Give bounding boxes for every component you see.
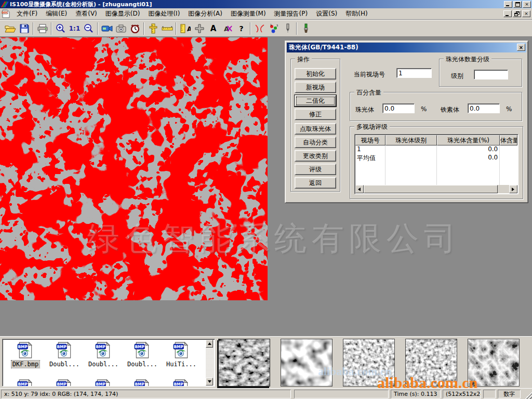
pick-pearlite-button[interactable]: 点取珠光体 [295, 123, 336, 135]
video-capture-button[interactable] [100, 21, 114, 35]
initialize-button[interactable]: 初始化 [295, 68, 336, 79]
text-style-button[interactable]: A [220, 21, 234, 35]
close-icon[interactable]: × [523, 1, 531, 8]
table-cell[interactable] [385, 154, 436, 162]
table-cell[interactable] [500, 154, 517, 162]
table-cell[interactable]: 1 [355, 145, 385, 154]
scroll-down-icon[interactable] [206, 378, 213, 385]
save-button[interactable] [17, 21, 31, 35]
file-item[interactable]: DKF.bmp [7, 341, 44, 368]
scroll-left-icon[interactable] [355, 185, 364, 193]
status-panel-empty [294, 390, 389, 398]
file-item[interactable]: Doubl... [124, 341, 161, 368]
change-class-button[interactable]: 更改类别 [295, 150, 336, 162]
measure-label-button[interactable]: A [178, 21, 192, 35]
timer-button[interactable] [128, 21, 142, 35]
file-name[interactable]: Doubl... [48, 361, 81, 368]
table-cell[interactable]: 0.0 [437, 145, 499, 154]
mdi-minimize-icon[interactable] [503, 10, 512, 17]
pen-tool-button[interactable] [281, 21, 295, 35]
menu-help[interactable]: 帮助(H) [341, 8, 371, 19]
letter-a-icon: A [210, 24, 217, 33]
bmp-file-icon [56, 341, 73, 359]
styled-text-icon: A [223, 24, 232, 33]
auto-classify-button[interactable]: 自动分类 [295, 137, 336, 148]
zoom-in-button[interactable] [54, 21, 68, 35]
correct-button[interactable]: 修正 [295, 109, 336, 120]
current-field-input[interactable] [396, 68, 432, 78]
file-item[interactable]: Doubl... [85, 341, 122, 368]
zoom-1-1-button[interactable]: 1:1 [68, 21, 82, 35]
ruler-button[interactable] [160, 21, 174, 35]
file-item[interactable]: Doubl... [46, 341, 83, 368]
clock-icon [130, 24, 140, 33]
dialog-close-icon[interactable]: × [517, 44, 525, 51]
file-name[interactable]: Doubl... [126, 361, 158, 368]
file-item[interactable] [163, 379, 200, 387]
scroll-up-icon[interactable] [206, 340, 213, 348]
col-pearlite-content[interactable]: 珠光体含量(%) [437, 135, 500, 145]
grade-input[interactable] [474, 70, 508, 79]
maximize-icon[interactable] [513, 1, 522, 8]
table-hscrollbar[interactable] [355, 185, 517, 193]
move-cross-icon [195, 24, 204, 33]
mdi-close-icon[interactable]: × [522, 10, 530, 17]
scroll-right-icon[interactable] [509, 185, 517, 193]
file-name[interactable]: HuiTi... [165, 361, 197, 368]
menu-settings[interactable]: 设置(S) [312, 8, 341, 19]
table-cell[interactable]: 0.0 [437, 154, 499, 162]
menu-image-analysis[interactable]: 图像分析(A) [184, 8, 227, 19]
menu-image-processing[interactable]: 图像处理(I) [144, 8, 184, 19]
col-ferrite-content[interactable]: 铁素体含量(%) [500, 135, 517, 145]
grade-button[interactable]: 评级 [295, 164, 336, 175]
binarize-button[interactable]: 二值化 [295, 95, 336, 107]
open-file-button[interactable] [3, 21, 17, 35]
scroll-thumb[interactable] [364, 185, 498, 193]
mode-status: 数字 [498, 390, 521, 398]
count-points-button[interactable]: 13 [267, 21, 281, 35]
help-button[interactable]: ? [234, 21, 248, 35]
mdi-restore-icon[interactable] [513, 10, 521, 17]
caliper-button[interactable] [146, 21, 160, 35]
text-annotation-button[interactable]: A [206, 21, 220, 35]
file-list-scrollbar[interactable] [206, 340, 214, 385]
pearlite-percent-input[interactable] [382, 103, 415, 113]
move-button[interactable] [192, 21, 206, 35]
ferrite-percent-input[interactable] [468, 103, 500, 113]
return-button[interactable]: 返回 [295, 177, 336, 189]
file-item[interactable] [46, 379, 83, 387]
minimize-icon[interactable] [504, 1, 512, 8]
file-name[interactable]: DKF.bmp [11, 361, 40, 368]
menu-edit[interactable]: 编辑(E) [42, 8, 71, 19]
brush-tool-button[interactable] [299, 21, 313, 35]
table-cell[interactable] [385, 145, 436, 154]
menu-measure-report[interactable]: 测量报告(P) [270, 8, 312, 19]
col-field-no[interactable]: 视场号 [355, 135, 385, 145]
table-cell[interactable] [500, 145, 517, 154]
dialog-title-bar[interactable]: 珠光体(GB/T9441-88) × [287, 43, 526, 52]
resize-grip[interactable] [525, 392, 532, 399]
menu-file[interactable]: 文件(F) [12, 8, 42, 19]
menu-view[interactable]: 查看(V) [71, 8, 101, 19]
grade-label: 级别 [451, 72, 463, 81]
file-name[interactable]: Doubl... [87, 361, 119, 368]
micrograph-image[interactable] [0, 37, 268, 300]
zoom-out-button[interactable] [82, 21, 96, 35]
camera-button[interactable] [114, 21, 128, 35]
file-item[interactable] [7, 379, 44, 387]
print-button[interactable] [35, 21, 49, 35]
thumbnail-1[interactable] [218, 339, 270, 387]
menu-image-display[interactable]: 图像显示(D) [101, 8, 144, 19]
menu-image-measure[interactable]: 图像测量(M) [227, 8, 270, 19]
toolbar-separator [51, 22, 52, 35]
calibration-curve-button[interactable] [252, 21, 267, 35]
file-item[interactable] [85, 379, 122, 387]
col-pearlite-grade[interactable]: 珠光体级别 [385, 135, 437, 145]
file-item[interactable]: HuiTi... [163, 341, 200, 368]
bmp-file-icon [17, 341, 34, 359]
file-item[interactable] [124, 379, 161, 387]
percent-group: 百分含量 珠光体 % 铁素体 % [350, 92, 522, 121]
table-cell[interactable]: 平均值 [355, 154, 385, 162]
new-field-button[interactable]: 新视场 [295, 82, 336, 93]
thumbnail-2[interactable] [281, 339, 332, 387]
